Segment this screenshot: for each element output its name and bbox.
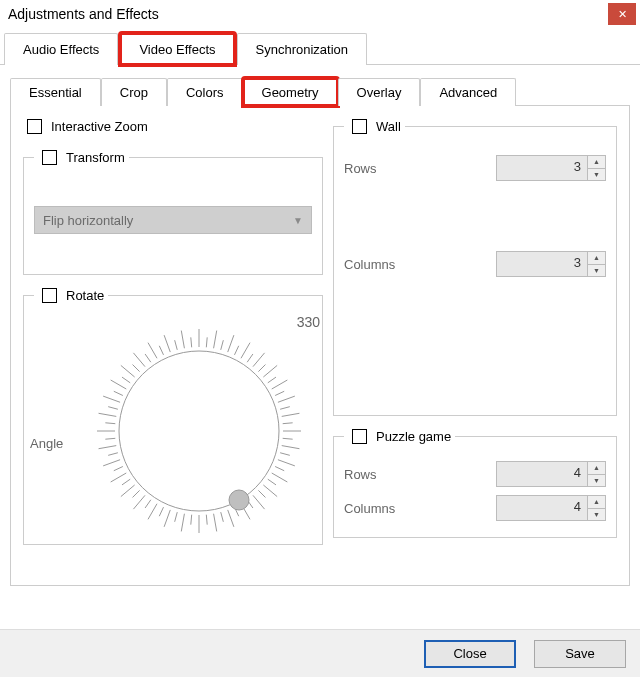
svg-line-7 bbox=[241, 343, 250, 359]
wall-rows-label: Rows bbox=[344, 161, 377, 176]
interactive-zoom-label: Interactive Zoom bbox=[51, 119, 148, 134]
subtab-geometry[interactable]: Geometry bbox=[243, 78, 338, 106]
puzzle-legend: Puzzle game bbox=[344, 426, 455, 447]
puzzle-cols-up[interactable]: ▲ bbox=[588, 496, 605, 509]
transform-checkbox[interactable] bbox=[42, 150, 57, 165]
svg-line-17 bbox=[282, 413, 300, 416]
svg-line-29 bbox=[253, 495, 265, 509]
close-icon: ✕ bbox=[618, 8, 627, 21]
transform-select[interactable]: Flip horizontally ▼ bbox=[34, 206, 312, 234]
svg-line-51 bbox=[103, 460, 120, 466]
svg-line-33 bbox=[228, 510, 234, 527]
puzzle-checkbox[interactable] bbox=[352, 429, 367, 444]
svg-line-4 bbox=[221, 340, 224, 350]
save-button[interactable]: Save bbox=[534, 640, 626, 668]
svg-line-5 bbox=[228, 335, 234, 352]
svg-line-12 bbox=[268, 377, 276, 383]
svg-line-26 bbox=[268, 479, 276, 485]
puzzle-cols-row: Columns 4 ▲ ▼ bbox=[344, 495, 606, 521]
svg-line-9 bbox=[253, 353, 265, 367]
svg-line-56 bbox=[105, 423, 115, 424]
titlebar: Adjustments and Effects ✕ bbox=[0, 0, 640, 28]
interactive-zoom-checkbox[interactable] bbox=[27, 119, 42, 134]
main-tab-bar: Audio Effects Video Effects Synchronizat… bbox=[0, 28, 640, 65]
svg-line-6 bbox=[234, 346, 238, 355]
svg-line-20 bbox=[283, 438, 293, 439]
video-effects-panel: Essential Crop Colors Geometry Overlay A… bbox=[0, 65, 640, 596]
wall-cols-down[interactable]: ▼ bbox=[588, 265, 605, 277]
puzzle-label: Puzzle game bbox=[376, 429, 451, 444]
svg-line-61 bbox=[111, 380, 127, 389]
transform-label: Transform bbox=[66, 150, 125, 165]
geometry-left-column: Interactive Zoom Transform Flip horizont… bbox=[23, 116, 323, 571]
puzzle-rows-value: 4 bbox=[497, 462, 587, 486]
sub-tab-bar: Essential Crop Colors Geometry Overlay A… bbox=[10, 77, 630, 106]
tab-video-effects[interactable]: Video Effects bbox=[120, 33, 234, 65]
wall-rows-down[interactable]: ▼ bbox=[588, 169, 605, 181]
dialog-footer: Close Save bbox=[0, 629, 640, 677]
svg-line-36 bbox=[206, 515, 207, 525]
window-close-button[interactable]: ✕ bbox=[608, 3, 636, 25]
angle-label: Angle bbox=[30, 436, 63, 451]
svg-line-40 bbox=[175, 512, 178, 522]
svg-line-3 bbox=[214, 331, 217, 349]
close-button[interactable]: Close bbox=[424, 640, 516, 668]
wall-cols-up[interactable]: ▲ bbox=[588, 252, 605, 265]
wall-group: Wall Rows 3 ▲ ▼ Columns bbox=[333, 116, 617, 416]
svg-line-46 bbox=[133, 490, 140, 497]
subtab-crop[interactable]: Crop bbox=[101, 78, 167, 106]
subtab-advanced[interactable]: Advanced bbox=[420, 78, 516, 106]
svg-line-62 bbox=[122, 377, 130, 383]
svg-line-14 bbox=[275, 391, 284, 395]
svg-point-73 bbox=[229, 490, 249, 510]
svg-line-47 bbox=[121, 485, 135, 497]
svg-line-49 bbox=[111, 473, 127, 482]
svg-line-70 bbox=[175, 340, 178, 350]
svg-line-42 bbox=[159, 507, 163, 516]
puzzle-rows-label: Rows bbox=[344, 467, 377, 482]
wall-rows-up[interactable]: ▲ bbox=[588, 156, 605, 169]
subtab-essential[interactable]: Essential bbox=[10, 78, 101, 106]
wall-rows-row: Rows 3 ▲ ▼ bbox=[344, 155, 606, 181]
svg-line-22 bbox=[280, 453, 290, 456]
svg-line-38 bbox=[191, 515, 192, 525]
wall-checkbox[interactable] bbox=[352, 119, 367, 134]
svg-line-67 bbox=[148, 343, 157, 359]
chevron-down-icon: ▼ bbox=[293, 215, 303, 226]
wall-rows-spinner[interactable]: 3 ▲ ▼ bbox=[496, 155, 606, 181]
interactive-zoom-row: Interactive Zoom bbox=[23, 116, 323, 137]
svg-line-71 bbox=[181, 331, 184, 349]
svg-line-64 bbox=[133, 365, 140, 372]
puzzle-rows-up[interactable]: ▲ bbox=[588, 462, 605, 475]
svg-line-27 bbox=[263, 485, 277, 497]
window-title: Adjustments and Effects bbox=[8, 6, 159, 22]
puzzle-rows-spinner[interactable]: 4 ▲ ▼ bbox=[496, 461, 606, 487]
svg-line-16 bbox=[280, 407, 290, 410]
svg-line-44 bbox=[145, 500, 151, 508]
svg-line-39 bbox=[181, 514, 184, 532]
subtab-colors[interactable]: Colors bbox=[167, 78, 243, 106]
angle-dial[interactable]: (function(){ var g = document.getElement… bbox=[84, 316, 314, 549]
wall-cols-spinner[interactable]: 3 ▲ ▼ bbox=[496, 251, 606, 277]
svg-line-21 bbox=[282, 446, 300, 449]
tab-synchronization[interactable]: Synchronization bbox=[237, 33, 368, 65]
puzzle-cols-down[interactable]: ▼ bbox=[588, 509, 605, 521]
puzzle-cols-spinner[interactable]: 4 ▲ ▼ bbox=[496, 495, 606, 521]
svg-line-52 bbox=[108, 453, 118, 456]
puzzle-rows-down[interactable]: ▼ bbox=[588, 475, 605, 487]
puzzle-cols-label: Columns bbox=[344, 501, 395, 516]
svg-line-25 bbox=[272, 473, 288, 482]
subtab-overlay[interactable]: Overlay bbox=[338, 78, 421, 106]
svg-line-10 bbox=[258, 365, 265, 372]
svg-line-11 bbox=[263, 365, 277, 377]
rotate-legend: Rotate bbox=[34, 285, 108, 306]
tab-audio-effects[interactable]: Audio Effects bbox=[4, 33, 118, 65]
svg-line-8 bbox=[247, 354, 253, 362]
svg-point-0 bbox=[119, 351, 279, 511]
svg-line-69 bbox=[164, 335, 170, 352]
rotate-group: Rotate Angle (function(){ bbox=[23, 285, 323, 545]
svg-line-60 bbox=[114, 391, 123, 395]
svg-line-65 bbox=[133, 353, 145, 367]
rotate-checkbox[interactable] bbox=[42, 288, 57, 303]
svg-line-15 bbox=[278, 396, 295, 402]
